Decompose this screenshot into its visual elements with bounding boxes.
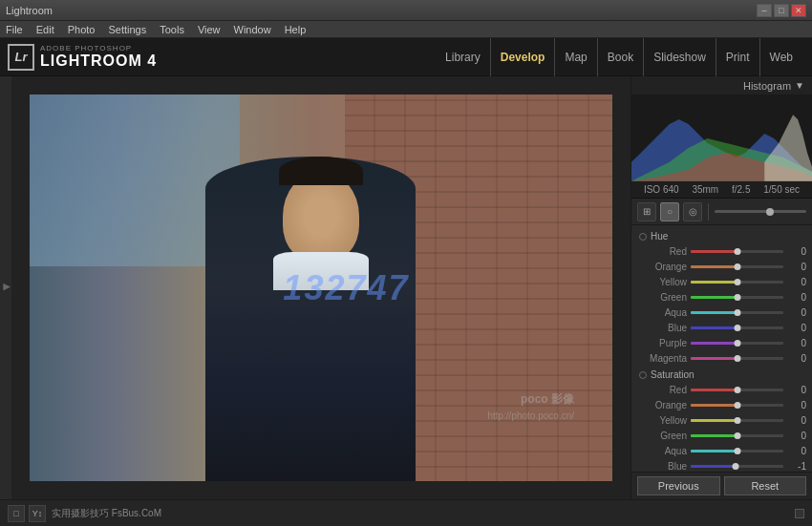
slider-value: 0 <box>787 400 806 410</box>
slider-label: Magenta <box>637 353 687 364</box>
tool-slider[interactable] <box>715 210 806 213</box>
slider-label: Red <box>637 385 687 395</box>
app-title: Lightroom <box>6 5 53 16</box>
reset-button[interactable]: Reset <box>724 476 807 495</box>
slider-track[interactable] <box>691 281 783 284</box>
module-nav: Library Develop Map Book Slideshow Print… <box>436 38 802 76</box>
slider-track[interactable] <box>691 326 783 329</box>
menu-tools[interactable]: Tools <box>160 24 184 35</box>
slider-thumb[interactable] <box>734 387 740 393</box>
slider-row: Red0 <box>631 382 812 397</box>
bottom-tool-frame[interactable]: □ <box>8 505 25 522</box>
menu-settings[interactable]: Settings <box>108 24 146 35</box>
slider-thumb[interactable] <box>732 463 738 470</box>
footer-text: 实用摄影技巧 FsBus.CoM <box>52 507 161 520</box>
slider-thumb[interactable] <box>734 279 740 285</box>
slider-thumb[interactable] <box>734 355 740 362</box>
module-print[interactable]: Print <box>716 38 759 76</box>
module-slideshow[interactable]: Slideshow <box>643 38 716 76</box>
section-dot <box>639 371 647 379</box>
panel-header: Histogram ▼ <box>631 76 812 95</box>
slider-label: Green <box>637 431 687 441</box>
slider-row: Orange0 <box>631 397 812 412</box>
photo-container: 132747 poco 影像 http://photo.poco.cn/ <box>30 95 612 481</box>
slider-label: Green <box>637 292 687 303</box>
slider-thumb[interactable] <box>734 340 740 347</box>
slider-track[interactable] <box>691 389 783 391</box>
slider-label: Yellow <box>637 277 687 287</box>
slider-track[interactable] <box>691 404 783 407</box>
slider-thumb[interactable] <box>734 402 740 409</box>
slider-label: Blue <box>637 323 687 333</box>
menu-edit[interactable]: Edit <box>36 24 54 35</box>
slider-value: 0 <box>787 307 806 318</box>
module-library[interactable]: Library <box>436 38 490 76</box>
slider-track[interactable] <box>691 311 783 314</box>
bottom-left: □ Y↕ 实用摄影技巧 FsBus.CoM <box>8 505 161 522</box>
slider-thumb[interactable] <box>734 294 740 301</box>
slider-track[interactable] <box>691 419 783 422</box>
slider-label: Aqua <box>637 446 687 456</box>
title-bar: Lightroom – □ ✕ <box>0 0 812 21</box>
slider-value: 0 <box>787 415 806 426</box>
brand-small: ADOBE PHOTOSHOP <box>40 44 157 53</box>
slider-value: -1 <box>787 461 806 472</box>
module-web[interactable]: Web <box>759 38 802 76</box>
module-develop[interactable]: Develop <box>490 38 555 76</box>
module-map[interactable]: Map <box>554 38 596 76</box>
target-tool[interactable]: ◎ <box>683 202 702 221</box>
aperture-info: f/2.5 <box>732 184 750 195</box>
menu-window[interactable]: Window <box>234 24 271 35</box>
minimize-button[interactable]: – <box>757 4 772 17</box>
camera-info: ISO 640 35mm f/2.5 1/50 sec <box>631 181 812 199</box>
close-button[interactable]: ✕ <box>791 4 806 17</box>
slider-row: Aqua0 <box>631 305 812 320</box>
menu-help[interactable]: Help <box>285 24 307 35</box>
lr-icon: Lr <box>8 44 34 71</box>
slider-label: Yellow <box>637 415 687 426</box>
panel-buttons: Previous Reset <box>631 472 812 499</box>
slider-thumb[interactable] <box>734 432 740 439</box>
watermark-1: 132747 <box>283 268 409 308</box>
slider-thumb[interactable] <box>734 263 740 270</box>
grid-tool[interactable]: ⊞ <box>637 202 656 221</box>
menu-file[interactable]: File <box>6 24 23 35</box>
slider-value: 0 <box>787 446 806 456</box>
photo-area: 132747 poco 影像 http://photo.poco.cn/ <box>11 76 630 499</box>
slider-track[interactable] <box>691 434 783 437</box>
slider-label: Aqua <box>637 307 687 318</box>
slider-thumb[interactable] <box>734 325 740 331</box>
filmstrip-toggle[interactable] <box>795 509 804 518</box>
slider-thumb[interactable] <box>734 417 740 424</box>
slider-label: Blue <box>637 461 687 472</box>
slider-track[interactable] <box>691 342 783 345</box>
slider-thumb[interactable] <box>734 309 740 316</box>
window-controls[interactable]: – □ ✕ <box>757 4 806 17</box>
tool-slider-area <box>715 210 806 213</box>
maximize-button[interactable]: □ <box>774 4 789 17</box>
slider-value: 0 <box>787 385 806 395</box>
slider-track[interactable] <box>691 357 783 360</box>
main-area: ◀ 132747 poco 影像 http://photo.poco.cn/ <box>0 76 812 499</box>
menu-bar: File Edit Photo Settings Tools View Wind… <box>0 21 812 38</box>
slider-thumb[interactable] <box>734 248 740 255</box>
histogram-expand-icon[interactable]: ▼ <box>795 80 804 91</box>
watermark-2: poco 影像 http://photo.poco.cn/ <box>487 390 574 424</box>
previous-button[interactable]: Previous <box>637 476 720 495</box>
module-book[interactable]: Book <box>597 38 643 76</box>
menu-photo[interactable]: Photo <box>68 24 96 35</box>
circle-tool[interactable]: ○ <box>660 202 679 221</box>
menu-view[interactable]: View <box>198 24 221 35</box>
slider-thumb[interactable] <box>734 448 740 454</box>
slider-row: Orange0 <box>631 259 812 274</box>
nav-bar: Lr ADOBE PHOTOSHOP LIGHTROOM 4 Library D… <box>0 38 812 76</box>
bottom-tool-zoom[interactable]: Y↕ <box>29 505 46 522</box>
slider-track[interactable] <box>691 465 783 468</box>
slider-track[interactable] <box>691 450 783 452</box>
slider-track[interactable] <box>691 296 783 299</box>
slider-value: 0 <box>787 277 806 287</box>
tool-bar-right: ⊞ ○ ◎ <box>631 199 812 225</box>
sliders-panel: HueRed0Orange0Yellow0Green0Aqua0Blue0Pur… <box>631 225 812 472</box>
slider-track[interactable] <box>691 265 783 268</box>
slider-track[interactable] <box>691 250 783 253</box>
